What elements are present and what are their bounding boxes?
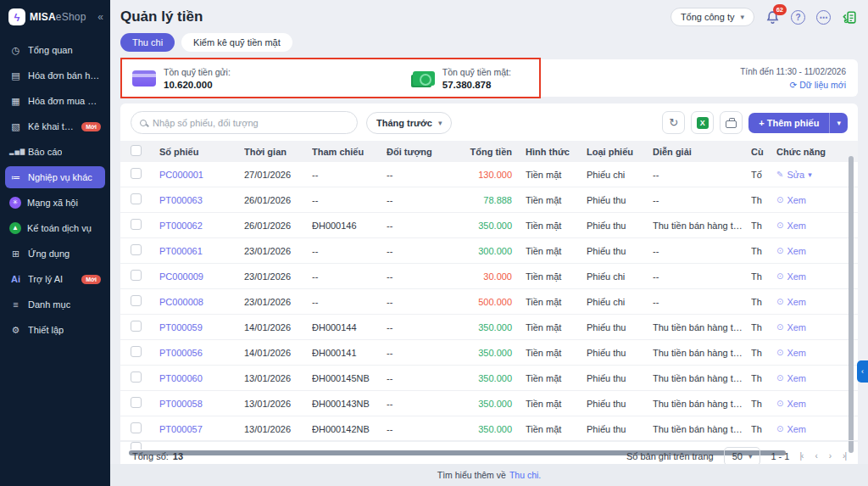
thu-chi-link[interactable]: Thu chi.: [509, 470, 541, 480]
sidebar-item-tro-ly-ai[interactable]: Ai Trợ lý AI Mới: [5, 268, 105, 290]
last-page-button[interactable]: ›|: [843, 451, 846, 461]
row-checkbox[interactable]: [131, 244, 142, 255]
tax-declaration-icon: ▧: [9, 120, 22, 132]
row-action-button[interactable]: ⊙ Xem: [776, 424, 858, 434]
table-row[interactable]: PT000061 23/01/2026 -- -- 300.000 Tiền m…: [120, 238, 858, 264]
notification-bell-button[interactable]: 62: [765, 10, 780, 25]
row-action-button[interactable]: ⊙ Xem: [776, 322, 858, 332]
export-excel-button[interactable]: X: [691, 111, 714, 134]
table-row[interactable]: PT000062 26/01/2026 ĐH000146 -- 350.000 …: [120, 213, 858, 238]
voucher-id-link[interactable]: PT000059: [159, 322, 244, 332]
add-voucher-dropdown[interactable]: ▾: [830, 113, 848, 133]
next-page-button[interactable]: ›: [829, 451, 831, 461]
row-action-button[interactable]: ⊙ Xem: [776, 348, 858, 358]
voucher-type: Phiếu chi: [587, 170, 653, 180]
voucher-id-link[interactable]: PC000009: [159, 271, 244, 282]
voucher-id-link[interactable]: PT000060: [159, 373, 244, 383]
row-checkbox[interactable]: [131, 321, 142, 332]
search-input[interactable]: [153, 118, 348, 128]
voucher-reference: ĐH000141: [312, 348, 387, 358]
side-panel-toggle[interactable]: ‹: [857, 360, 868, 383]
sidebar-item-label: Nghiệp vụ khác: [28, 172, 92, 182]
sidebar-item-ke-khai-thue[interactable]: ▧ Kê khai thuế Mới: [5, 115, 105, 137]
more-icon: ⋯: [816, 10, 831, 25]
sidebar-item-hoa-don-ban-hang[interactable]: ▤ Hóa đơn bán hàng: [5, 64, 105, 87]
col-loai-phieu[interactable]: Loại phiếu: [587, 147, 653, 157]
refresh-data-link[interactable]: ⟳ Dữ liệu mới: [740, 80, 846, 90]
row-checkbox[interactable]: [131, 397, 142, 408]
sidebar-item-ung-dung[interactable]: ⊞ Ứng dụng: [5, 243, 105, 265]
table-row[interactable]: PT000059 14/01/2026 ĐH000144 -- 350.000 …: [120, 315, 858, 340]
refresh-button[interactable]: ↻: [662, 111, 685, 134]
voucher-id-link[interactable]: PT000061: [159, 246, 244, 256]
sidebar-item-danh-muc[interactable]: ≡ Danh mục: [5, 293, 105, 316]
table-row[interactable]: PT000058 13/01/2026 ĐH000143NB -- 350.00…: [120, 391, 858, 416]
col-dien-giai[interactable]: Diễn giải: [653, 147, 751, 157]
voucher-id-link[interactable]: PT000062: [159, 221, 244, 231]
sidebar-item-hoa-don-mua-hang[interactable]: ▦ Hóa đơn mua hàng: [5, 90, 105, 112]
row-action-button[interactable]: ⊙ Xem: [776, 399, 858, 409]
col-thoi-gian[interactable]: Thời gian: [244, 147, 312, 157]
cash-register-button[interactable]: [720, 111, 743, 134]
row-checkbox[interactable]: [131, 371, 142, 383]
vertical-scrollbar[interactable]: [849, 156, 854, 453]
row-checkbox[interactable]: [131, 193, 142, 204]
voucher-id-link[interactable]: PT000058: [159, 399, 244, 409]
row-checkbox[interactable]: [131, 422, 142, 433]
per-page-select[interactable]: 50 ▾: [724, 447, 761, 466]
col-tong-tien[interactable]: Tổng tiền: [453, 147, 526, 157]
voucher-id-link[interactable]: PC000008: [159, 297, 244, 307]
sidebar-item-thiet-lap[interactable]: ⚙ Thiết lập: [5, 319, 105, 341]
table-row[interactable]: PT000063 26/01/2026 -- -- 78.888 Tiền mặ…: [120, 187, 858, 213]
row-action-button[interactable]: ✎ Sửa ▾: [776, 170, 858, 180]
sidebar-item-bao-cao[interactable]: ▂▅▇ Báo cáo: [5, 141, 105, 163]
add-voucher-button[interactable]: + Thêm phiếu: [748, 113, 830, 133]
table-row[interactable]: PC000008 23/01/2026 -- -- 500.000 Tiền m…: [120, 289, 858, 315]
voucher-id-link[interactable]: PC000001: [159, 170, 244, 180]
tab-kiem-ke-quy[interactable]: Kiểm kê quỹ tiền mặt: [181, 33, 292, 52]
row-checkbox[interactable]: [131, 346, 142, 357]
voucher-date: 23/01/2026: [244, 271, 312, 282]
sidebar-item-mang-xa-hoi[interactable]: ✳ Mạng xã hội: [5, 192, 105, 214]
row-action-button[interactable]: ⊙ Xem: [776, 195, 858, 205]
table-row[interactable]: PT000060 13/01/2026 ĐH000145NB -- 350.00…: [120, 366, 858, 391]
table-row[interactable]: PC000001 27/01/2026 -- -- 130.000 Tiền m…: [120, 162, 858, 187]
company-selector[interactable]: Tổng công ty ▾: [670, 8, 754, 26]
col-cua-hang[interactable]: Cù: [751, 147, 776, 157]
row-action-button[interactable]: ⊙ Xem: [776, 221, 858, 231]
first-page-button[interactable]: |‹: [799, 451, 803, 461]
sidebar-item-tong-quan[interactable]: ◷ Tổng quan: [5, 39, 105, 61]
tab-thu-chi[interactable]: Thu chi: [120, 33, 175, 52]
quick-setup-button[interactable]: [842, 9, 858, 25]
row-action-button[interactable]: ⊙ Xem: [776, 271, 858, 282]
prev-page-button[interactable]: ‹: [815, 451, 816, 461]
voucher-store: Th: [751, 348, 776, 358]
period-filter[interactable]: Tháng trước ▾: [366, 112, 452, 134]
row-action-button[interactable]: ⊙ Xem: [776, 373, 858, 383]
row-checkbox[interactable]: [131, 168, 142, 179]
col-tham-chieu[interactable]: Tham chiếu: [312, 147, 387, 157]
select-all-checkbox[interactable]: [131, 145, 142, 156]
voucher-id-link[interactable]: PT000056: [159, 348, 244, 358]
row-action-button[interactable]: ⊙ Xem: [776, 246, 858, 256]
col-so-phieu[interactable]: Số phiếu: [159, 147, 244, 157]
accounting-service-icon: ▲: [9, 222, 21, 234]
voucher-id-link[interactable]: PT000057: [159, 424, 244, 434]
table-row[interactable]: PT000057 13/01/2026 ĐH000142NB -- 350.00…: [120, 416, 858, 442]
eye-icon: ⊙: [776, 221, 783, 230]
col-hinh-thuc[interactable]: Hình thức: [526, 147, 587, 157]
sidebar-collapse-icon[interactable]: «: [97, 11, 103, 23]
row-action-button[interactable]: ⊙ Xem: [776, 297, 858, 307]
table-row[interactable]: PT000056 14/01/2026 ĐH000141 -- 350.000 …: [120, 340, 858, 366]
voucher-id-link[interactable]: PT000063: [159, 195, 244, 205]
row-checkbox[interactable]: [131, 295, 142, 306]
col-doi-tuong[interactable]: Đối tượng: [387, 147, 453, 157]
table-row[interactable]: PC000009 23/01/2026 -- -- 30.000 Tiền mặ…: [120, 264, 858, 289]
search-box[interactable]: [131, 111, 358, 134]
more-options-button[interactable]: ⋯: [816, 10, 831, 25]
row-checkbox[interactable]: [131, 219, 142, 230]
sidebar-item-nghiep-vu-khac[interactable]: ≔ Nghiệp vụ khác: [5, 166, 105, 188]
help-button[interactable]: ?: [791, 10, 805, 25]
row-checkbox[interactable]: [131, 270, 142, 281]
sidebar-item-ke-toan-dich-vu[interactable]: ▲ Kế toán dịch vụ: [5, 217, 105, 239]
